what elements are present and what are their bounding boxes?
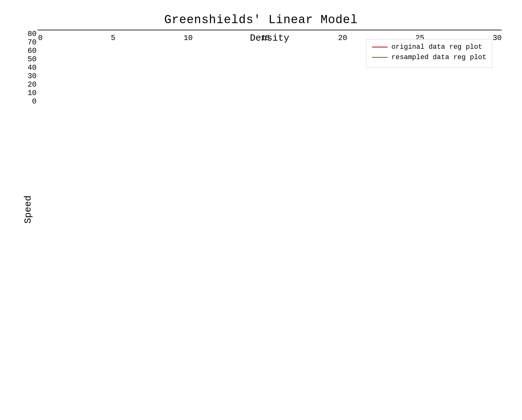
svg-point-143 [87, 53, 93, 59]
chart-title: Greenshields' Linear Model [20, 13, 502, 27]
svg-point-341 [245, 152, 251, 158]
svg-point-212 [135, 63, 141, 68]
svg-point-378 [279, 155, 284, 160]
legend: original data reg plot resampled data re… [366, 39, 492, 68]
svg-point-146 [103, 101, 108, 107]
svg-point-329 [242, 203, 247, 208]
svg-point-245 [199, 205, 205, 211]
x-tick-10: 10 [184, 34, 193, 42]
svg-point-371 [255, 123, 261, 129]
svg-point-54 [53, 119, 58, 125]
svg-point-399 [310, 158, 315, 164]
svg-point-62 [51, 85, 57, 91]
svg-point-465 [460, 337, 466, 343]
svg-point-359 [260, 165, 265, 171]
svg-point-296 [208, 146, 213, 152]
svg-point-270 [215, 206, 221, 211]
svg-point-118 [88, 98, 94, 104]
svg-point-428 [334, 83, 340, 88]
svg-point-297 [214, 145, 219, 151]
svg-point-351 [244, 130, 250, 136]
svg-point-427 [330, 86, 335, 92]
svg-point-172 [112, 95, 118, 101]
svg-point-423 [334, 105, 339, 111]
svg-point-431 [325, 74, 330, 80]
svg-point-464 [454, 337, 460, 342]
svg-point-269 [206, 210, 211, 216]
svg-point-440 [345, 96, 350, 101]
svg-point-255 [190, 167, 195, 172]
svg-point-412 [313, 101, 319, 107]
svg-point-92 [66, 85, 71, 91]
svg-point-365 [254, 140, 260, 145]
svg-point-331 [237, 192, 243, 198]
svg-point-19 [42, 227, 47, 233]
legend-label-yellow: resampled data reg plot [391, 53, 486, 61]
svg-point-408 [307, 113, 313, 119]
svg-point-243 [198, 218, 203, 223]
legend-line-red [372, 47, 388, 48]
svg-point-237 [182, 246, 188, 251]
svg-point-312 [220, 166, 226, 172]
svg-point-93 [73, 82, 79, 88]
svg-point-429 [328, 79, 333, 85]
svg-point-20 [46, 238, 52, 244]
svg-point-381 [276, 141, 282, 146]
svg-point-238 [176, 265, 182, 270]
svg-point-415 [301, 96, 306, 101]
y-tick-20: 20 [21, 80, 37, 89]
svg-point-352 [239, 129, 245, 134]
svg-point-55 [55, 114, 60, 119]
svg-point-33 [45, 102, 50, 108]
svg-point-23 [40, 271, 46, 276]
svg-point-86 [71, 108, 77, 114]
svg-point-364 [260, 143, 266, 149]
svg-point-383 [279, 133, 285, 139]
svg-point-36 [41, 88, 47, 94]
svg-point-387 [275, 121, 280, 127]
svg-point-61 [58, 89, 63, 94]
svg-point-254 [198, 170, 204, 175]
svg-point-239 [173, 277, 178, 283]
y-tick-30: 30 [21, 72, 37, 80]
svg-point-16 [39, 185, 45, 191]
svg-point-372 [262, 121, 268, 127]
svg-point-454 [378, 89, 383, 95]
svg-point-183 [111, 71, 117, 76]
svg-point-211 [129, 64, 135, 69]
svg-point-410 [311, 107, 317, 112]
chart-container: Greenshields' Linear Model Speed 80 70 6… [20, 13, 502, 407]
svg-point-22 [44, 260, 50, 266]
svg-point-298 [223, 215, 228, 220]
svg-point-250 [200, 183, 206, 188]
y-tick-50: 50 [21, 55, 37, 63]
svg-point-463 [445, 337, 450, 342]
svg-point-367 [252, 133, 257, 139]
svg-point-445 [346, 60, 352, 66]
svg-point-56 [57, 109, 63, 114]
svg-point-357 [264, 176, 269, 182]
svg-point-336 [238, 170, 243, 175]
svg-point-393 [275, 110, 281, 115]
svg-point-398 [306, 164, 311, 170]
svg-point-301 [221, 201, 227, 207]
svg-point-416 [311, 94, 317, 100]
svg-point-402 [302, 140, 308, 146]
svg-point-361 [253, 156, 259, 161]
svg-point-15 [43, 174, 49, 180]
svg-point-13 [42, 146, 48, 151]
svg-point-368 [265, 130, 271, 136]
svg-point-430 [338, 77, 344, 82]
svg-point-337 [247, 165, 253, 171]
svg-point-328 [238, 208, 244, 214]
svg-point-327 [229, 145, 234, 150]
svg-point-407 [303, 117, 308, 123]
svg-point-342 [236, 149, 242, 155]
y-tick-70: 70 [21, 38, 37, 47]
svg-point-280 [205, 173, 210, 179]
svg-point-400 [299, 152, 304, 158]
svg-point-452 [37, 193, 43, 198]
svg-point-356 [252, 182, 258, 188]
svg-point-14 [41, 161, 47, 167]
svg-point-366 [261, 136, 267, 142]
